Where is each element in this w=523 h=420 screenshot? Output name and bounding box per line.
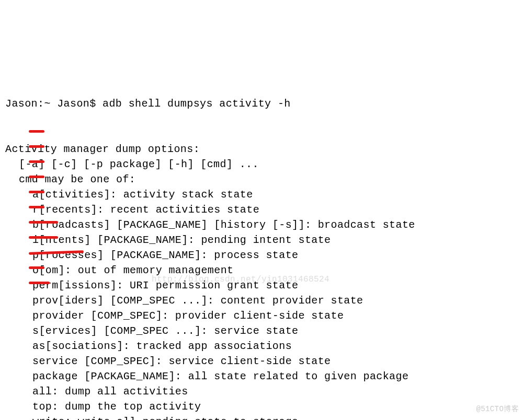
output-block: Activity manager dump options:[-a] [-c] … xyxy=(5,142,518,420)
output-line: provider [COMP_SPEC]: provider client-si… xyxy=(5,308,518,323)
underline-mark xyxy=(29,176,44,178)
output-line: all: dump all activities xyxy=(5,384,518,399)
underline-mark xyxy=(29,191,44,193)
output-line: perm[issions]: URI permission grant stat… xyxy=(5,278,518,293)
terminal-output: Jason:~ Jason$ adb shell dumpsys activit… xyxy=(0,61,523,420)
output-line: s[ervices] [COMP_SPEC ...]: service stat… xyxy=(5,323,518,339)
watermark-brand: @51CTO博客 xyxy=(476,402,519,417)
output-line: i[ntents] [PACKAGE_NAME]: pending intent… xyxy=(5,232,518,248)
underline-mark xyxy=(29,236,58,239)
underline-mark xyxy=(29,206,44,208)
prompt: Jason:~ Jason$ xyxy=(5,98,103,110)
output-line: cmd may be one of: xyxy=(5,172,518,187)
output-line: package [PACKAGE_NAME]: all state relate… xyxy=(5,369,518,384)
output-line: as[sociations]: tracked app associations xyxy=(5,339,518,354)
command: adb shell dumpsys activity -h xyxy=(103,98,291,110)
command-line: Jason:~ Jason$ adb shell dumpsys activit… xyxy=(5,96,518,111)
output-line: top: dump the top activity xyxy=(5,399,518,414)
underline-mark xyxy=(29,282,50,284)
underline-mark xyxy=(29,160,44,163)
output-line: prov[iders] [COMP_SPEC ...]: content pro… xyxy=(5,293,518,308)
underline-mark xyxy=(29,130,44,133)
output-line: r[recents]: recent activities state xyxy=(5,202,518,217)
underline-mark xyxy=(29,145,44,148)
output-line: [-a] [-c] [-p package] [-h] [cmd] ... xyxy=(5,157,518,172)
output-line: a[ctivities]: activity stack state xyxy=(5,187,518,202)
underline-mark xyxy=(29,266,44,269)
output-line: write: write all pending state to storag… xyxy=(5,414,518,420)
output-line: b[roadcasts] [PACKAGE_NAME] [history [-s… xyxy=(5,217,518,232)
underline-mark xyxy=(29,221,58,224)
output-line: service [COMP_SPEC]: service client-side… xyxy=(5,354,518,369)
output-line: o[om]: out of memory management xyxy=(5,263,518,278)
output-line: Activity manager dump options: xyxy=(5,142,518,157)
